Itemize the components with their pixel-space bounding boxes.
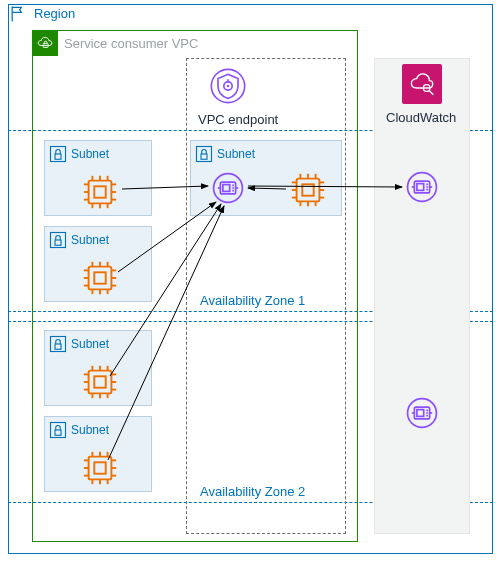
lock-icon: [49, 231, 67, 249]
svg-rect-25: [94, 272, 105, 283]
cloudwatch-panel: [374, 58, 470, 534]
network-interface-icon: [211, 171, 245, 205]
lock-icon: [49, 421, 67, 439]
svg-rect-8: [89, 181, 112, 204]
lock-icon: [49, 335, 67, 353]
subnet-e-label: Subnet: [217, 147, 255, 161]
svg-rect-71: [201, 154, 207, 159]
subnet-a: Subnet: [44, 140, 152, 216]
vpc-endpoint-label: VPC endpoint: [198, 112, 278, 127]
svg-rect-41: [94, 376, 105, 387]
vpc-label: Service consumer VPC: [64, 36, 198, 51]
svg-rect-24: [89, 267, 112, 290]
svg-rect-104: [417, 410, 424, 417]
lock-icon: [195, 145, 213, 163]
lock-icon: [49, 145, 67, 163]
az2-label: Availability Zone 2: [200, 484, 305, 499]
vpc-endpoint-icon: [208, 66, 248, 106]
svg-rect-81: [302, 184, 313, 195]
network-interface-icon: [405, 396, 439, 430]
svg-line-1: [429, 91, 433, 95]
network-interface-icon: [405, 170, 439, 204]
subnet-c-label: Subnet: [71, 337, 109, 351]
svg-rect-7: [55, 154, 61, 159]
region-flag-icon: [8, 4, 28, 24]
svg-rect-57: [94, 462, 105, 473]
subnet-a-label: Subnet: [71, 147, 109, 161]
svg-rect-55: [55, 430, 61, 435]
subnet-c: Subnet: [44, 330, 152, 406]
svg-rect-39: [55, 344, 61, 349]
svg-point-5: [227, 85, 230, 88]
vpc-badge-icon: [32, 30, 58, 56]
svg-rect-56: [89, 457, 112, 480]
subnet-b-label: Subnet: [71, 233, 109, 247]
region-label: Region: [34, 6, 75, 21]
svg-rect-23: [55, 240, 61, 245]
cloudwatch-label: CloudWatch: [386, 110, 456, 125]
svg-rect-80: [297, 179, 320, 202]
subnet-d: Subnet: [44, 416, 152, 492]
compute-chip-icon: [289, 171, 327, 209]
compute-chip-icon: [81, 259, 119, 297]
compute-chip-icon: [81, 363, 119, 401]
subnet-e: Subnet: [190, 140, 342, 216]
svg-rect-40: [89, 371, 112, 394]
diagram-root: Region CloudWatch Service consumer VPC V…: [0, 0, 501, 561]
compute-chip-icon: [81, 173, 119, 211]
svg-rect-9: [94, 186, 105, 197]
svg-rect-74: [223, 185, 230, 192]
subnet-b: Subnet: [44, 226, 152, 302]
az1-label: Availability Zone 1: [200, 293, 305, 308]
svg-rect-96: [417, 184, 424, 191]
cloudwatch-service-icon: [402, 64, 442, 104]
compute-chip-icon: [81, 449, 119, 487]
subnet-d-label: Subnet: [71, 423, 109, 437]
